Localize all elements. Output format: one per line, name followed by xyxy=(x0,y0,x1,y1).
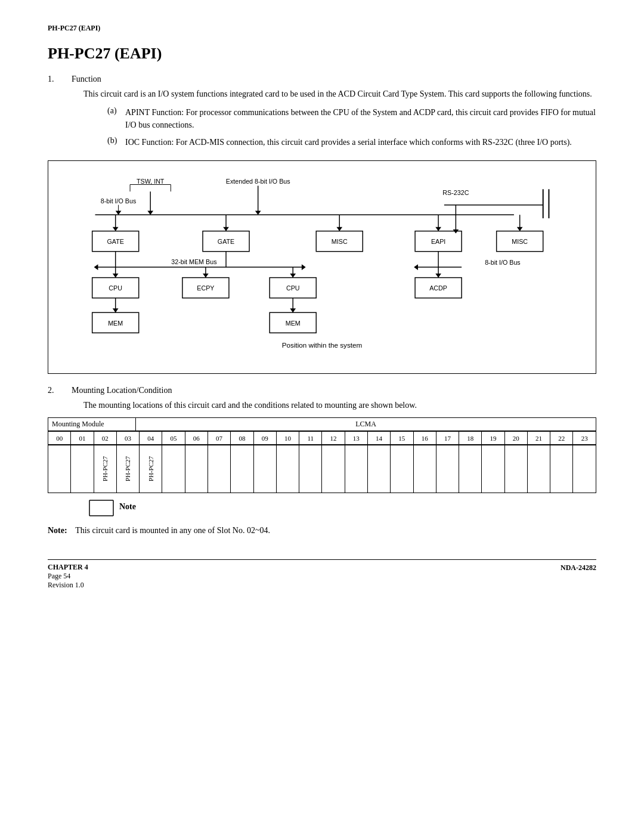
slot-card-13 xyxy=(345,445,367,493)
section-1-number: 1. xyxy=(48,75,66,84)
svg-marker-20 xyxy=(223,227,229,231)
slot-card-00 xyxy=(48,445,71,493)
svg-marker-55 xyxy=(290,308,296,312)
section-1-heading: Function xyxy=(72,75,101,84)
section-1: 1. Function This circuit card is an I/O … xyxy=(48,75,596,148)
svg-marker-46 xyxy=(414,264,418,270)
slot-card-17 xyxy=(436,445,459,493)
slot-card-15 xyxy=(391,445,413,493)
slot-number-18: 18 xyxy=(459,432,482,445)
sub-item-a: (a) APINT Function: For processor commun… xyxy=(107,106,596,131)
slot-card-22 xyxy=(550,445,573,493)
slot-card-07 xyxy=(208,445,230,493)
mounting-table-container: Mounting Module LCMA 0001020304050607080… xyxy=(48,417,596,493)
card-label-slot-03: PH-PC27 xyxy=(124,456,131,481)
svg-marker-29 xyxy=(517,227,523,231)
section-2-text: The mounting locations of this circuit c… xyxy=(83,399,596,411)
footer-page: Page 54 xyxy=(48,572,88,581)
note-bold: Note: xyxy=(48,526,67,535)
slot-card-19 xyxy=(482,445,504,493)
misc2-label: MISC xyxy=(512,238,528,245)
lcma-header: LCMA xyxy=(136,418,596,431)
slot-card-21 xyxy=(527,445,550,493)
svg-marker-37 xyxy=(113,274,119,278)
section-2-body: The mounting locations of this circuit c… xyxy=(83,399,596,411)
tsw-int-label: TSW, INT xyxy=(137,178,165,185)
svg-marker-40 xyxy=(203,274,209,278)
slot-number-19: 19 xyxy=(482,432,504,445)
note-bracket-label: Note xyxy=(119,502,136,512)
sub-item-b-label: (b) xyxy=(107,136,119,148)
32bit-membus-label: 32-bit MEM Bus xyxy=(171,258,216,265)
slot-number-20: 20 xyxy=(504,432,527,445)
svg-marker-32 xyxy=(94,264,98,270)
diagram-svg: TSW, INT 8-bit I/O Bus Extended 8-bit I/… xyxy=(60,173,584,359)
slot-card-08 xyxy=(231,445,253,493)
slot-number-03: 03 xyxy=(116,432,139,445)
svg-marker-6 xyxy=(116,210,122,215)
slot-number-07: 07 xyxy=(208,432,230,445)
slot-number-04: 04 xyxy=(140,432,162,445)
note-bracket-svg xyxy=(83,499,119,517)
slot-number-02: 02 xyxy=(94,432,116,445)
slot-card-14 xyxy=(367,445,390,493)
slot-number-22: 22 xyxy=(550,432,573,445)
slot-number-15: 15 xyxy=(391,432,413,445)
slot-number-05: 05 xyxy=(162,432,185,445)
gate2-label: GATE xyxy=(218,238,234,245)
misc1-label: MISC xyxy=(332,238,348,245)
slot-card-05 xyxy=(162,445,185,493)
page-header: PH-PC27 (EAPI) xyxy=(48,24,596,33)
8bit-bus-left-label: 8-bit I/O Bus xyxy=(101,197,137,205)
header-label: PH-PC27 (EAPI) xyxy=(48,24,100,32)
slot-card-06 xyxy=(185,445,208,493)
slot-card-02: PH-PC27 xyxy=(94,445,116,493)
slot-number-01: 01 xyxy=(71,432,94,445)
slot-card-12 xyxy=(322,445,345,493)
eapi-label: EAPI xyxy=(431,238,445,245)
8bit-bus-right-label: 8-bit I/O Bus xyxy=(485,259,521,266)
slot-number-21: 21 xyxy=(527,432,550,445)
slot-number-10: 10 xyxy=(276,432,299,445)
slot-card-11 xyxy=(299,445,322,493)
slot-card-01 xyxy=(71,445,94,493)
page-footer: CHAPTER 4 Page 54 Revision 1.0 NDA-24282 xyxy=(48,559,596,590)
slot-number-13: 13 xyxy=(345,432,367,445)
slot-number-14: 14 xyxy=(367,432,390,445)
slot-number-09: 09 xyxy=(253,432,276,445)
gate1-label: GATE xyxy=(107,238,123,245)
slot-card-10 xyxy=(276,445,299,493)
rs232c-label: RS-232C xyxy=(442,189,469,196)
footer-left: CHAPTER 4 Page 54 Revision 1.0 xyxy=(48,563,88,590)
card-label-slot-02: PH-PC27 xyxy=(101,456,109,481)
sub-item-a-label: (a) xyxy=(107,106,119,131)
system-diagram: TSW, INT 8-bit I/O Bus Extended 8-bit I/… xyxy=(48,160,596,374)
card-label-slot-04: PH-PC27 xyxy=(147,456,154,481)
svg-marker-17 xyxy=(113,227,119,231)
section-2-heading: Mounting Location/Condition xyxy=(72,386,172,395)
cpu1-label: CPU xyxy=(109,284,122,292)
diagram-caption: Position within the system xyxy=(282,341,362,349)
mem1-label: MEM xyxy=(108,320,123,327)
extended-8bit-label: Extended 8-bit I/O Bus xyxy=(226,178,290,185)
ecpy-label: ECPY xyxy=(197,284,214,292)
svg-marker-23 xyxy=(336,227,342,231)
footer-chapter: CHAPTER 4 xyxy=(48,563,88,572)
mounting-header-table: Mounting Module LCMA xyxy=(48,417,596,431)
svg-marker-43 xyxy=(290,274,296,278)
svg-marker-52 xyxy=(113,308,119,312)
svg-marker-31 xyxy=(302,264,306,270)
section-1-text: This circuit card is an I/O system funct… xyxy=(83,88,596,100)
slot-number-17: 17 xyxy=(436,432,459,445)
sub-item-b-text: IOC Function: For ACD-MIS connection, th… xyxy=(125,136,596,148)
slot-cards-table: PH-PC27PH-PC27PH-PC27 xyxy=(48,445,596,493)
slot-number-08: 08 xyxy=(231,432,253,445)
slot-number-16: 16 xyxy=(413,432,436,445)
svg-marker-26 xyxy=(435,227,441,231)
section-2: 2. Mounting Location/Condition The mount… xyxy=(48,386,596,411)
note-bracket-container: Note xyxy=(83,499,596,517)
slot-number-11: 11 xyxy=(299,432,322,445)
mounting-module-header: Mounting Module xyxy=(48,418,136,431)
slot-card-20 xyxy=(504,445,527,493)
slot-numbers-table: 0001020304050607080910111213141516171819… xyxy=(48,431,596,445)
